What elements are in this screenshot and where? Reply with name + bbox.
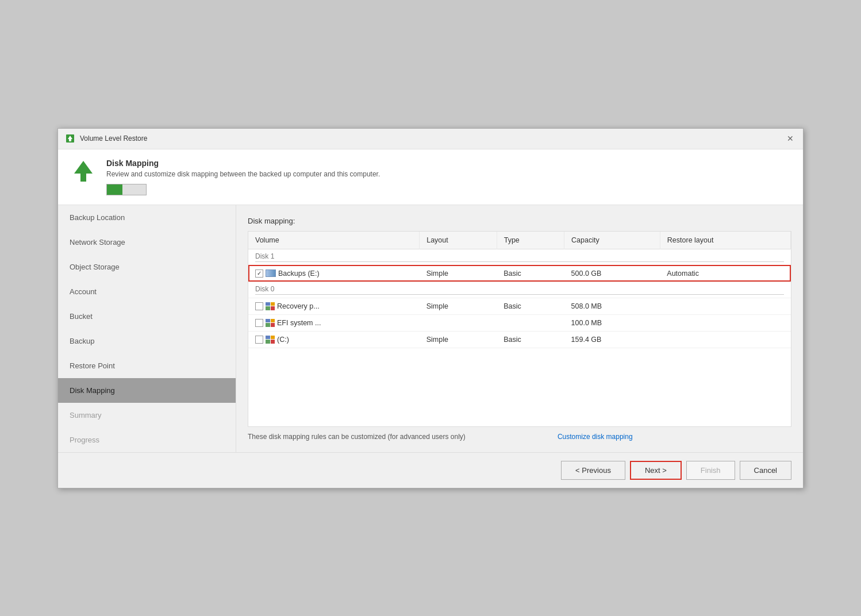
efi-layout xyxy=(420,314,497,331)
col-capacity: Capacity xyxy=(564,232,660,249)
upload-arrow-icon xyxy=(70,159,97,186)
c-volume-name: (C:) xyxy=(277,336,289,344)
backups-checkbox[interactable] xyxy=(255,270,263,278)
cancel-button[interactable]: Cancel xyxy=(740,461,791,480)
title-bar: Volume Level Restore ✕ xyxy=(58,129,803,149)
col-type: Type xyxy=(497,232,564,249)
c-type: Basic xyxy=(497,331,564,348)
sidebar-item-object-storage[interactable]: Object Storage xyxy=(58,255,236,279)
footer-note: These disk mapping rules can be customiz… xyxy=(248,433,791,441)
disk1-label: Disk 1 xyxy=(248,249,791,265)
backups-vol-icon xyxy=(266,270,276,277)
efi-vol-icon xyxy=(266,319,275,327)
c-vol-icon xyxy=(266,336,275,344)
sidebar-item-restore-point[interactable]: Restore Point xyxy=(58,353,236,378)
header-subtitle: Review and customize disk mapping betwee… xyxy=(106,170,791,178)
backups-type: Basic xyxy=(497,265,564,282)
recovery-layout: Simple xyxy=(420,298,497,314)
recovery-type: Basic xyxy=(497,298,564,314)
efi-row[interactable]: EFI system ... 100.0 MB xyxy=(248,314,791,331)
efi-checkbox[interactable] xyxy=(255,319,263,327)
recovery-volume-cell: Recovery p... xyxy=(248,298,420,314)
disk-mapping-title: Disk mapping: xyxy=(248,217,791,225)
recovery-row[interactable]: Recovery p... Simple Basic 508.0 MB xyxy=(248,298,791,314)
backups-layout: Simple xyxy=(420,265,497,282)
efi-restore-layout xyxy=(660,314,790,331)
sidebar-item-network-storage[interactable]: Network Storage xyxy=(58,230,236,255)
next-button[interactable]: Next > xyxy=(630,461,682,480)
c-restore-layout xyxy=(660,331,790,348)
c-drive-row[interactable]: (C:) Simple Basic 159.4 GB xyxy=(248,331,791,348)
recovery-checkbox[interactable] xyxy=(255,302,263,310)
header-title: Disk Mapping xyxy=(106,159,791,168)
backups-restore-layout: Automatic xyxy=(660,265,790,282)
c-checkbox[interactable] xyxy=(255,336,263,344)
svg-rect-2 xyxy=(69,139,71,141)
disk0-row: Disk 0 xyxy=(248,282,791,298)
recovery-restore-layout xyxy=(660,298,790,314)
previous-button[interactable]: < Previous xyxy=(561,461,625,480)
c-layout: Simple xyxy=(420,331,497,348)
button-bar: < Previous Next > Finish Cancel xyxy=(58,452,803,488)
sidebar-item-backup[interactable]: Backup xyxy=(58,329,236,353)
header-section: Disk Mapping Review and customize disk m… xyxy=(58,149,803,205)
col-volume: Volume xyxy=(248,232,420,249)
c-volume-cell: (C:) xyxy=(248,331,420,348)
sidebar-item-disk-mapping[interactable]: Disk Mapping xyxy=(58,378,236,403)
close-button[interactable]: ✕ xyxy=(785,133,796,144)
progress-bar xyxy=(106,184,147,195)
recovery-capacity: 508.0 MB xyxy=(564,298,660,314)
sidebar-item-backup-location[interactable]: Backup Location xyxy=(58,205,236,230)
window-title: Volume Level Restore xyxy=(80,134,147,143)
recovery-volume-name: Recovery p... xyxy=(277,302,320,310)
header-icon xyxy=(70,159,97,186)
efi-capacity: 100.0 MB xyxy=(564,314,660,331)
sidebar-item-account[interactable]: Account xyxy=(58,279,236,304)
content-area: Backup Location Network Storage Object S… xyxy=(58,205,803,452)
progress-fill xyxy=(107,184,122,195)
header-text: Disk Mapping Review and customize disk m… xyxy=(106,159,791,195)
backups-capacity: 500.0 GB xyxy=(564,265,660,282)
finish-button[interactable]: Finish xyxy=(686,461,735,480)
recovery-vol-icon xyxy=(266,302,275,310)
disk0-label: Disk 0 xyxy=(248,282,791,298)
svg-rect-4 xyxy=(80,174,86,182)
sidebar-item-summary: Summary xyxy=(58,403,236,428)
backups-row[interactable]: Backups (E:) Simple Basic 500.0 GB Autom… xyxy=(248,265,791,282)
efi-volume-cell: EFI system ... xyxy=(248,314,420,331)
sidebar-item-progress: Progress xyxy=(58,428,236,452)
backups-volume-cell: Backups (E:) xyxy=(248,265,420,282)
backups-volume-name: Backups (E:) xyxy=(278,270,320,278)
disk-mapping-table: Volume Layout Type Capacity Restore layo… xyxy=(248,231,791,427)
col-layout: Layout xyxy=(420,232,497,249)
customize-link[interactable]: Customize disk mapping xyxy=(558,433,633,441)
c-capacity: 159.4 GB xyxy=(564,331,660,348)
main-content: Disk mapping: Volume Layout Type Capacit… xyxy=(236,205,803,452)
disk1-row: Disk 1 xyxy=(248,249,791,265)
window-icon xyxy=(65,133,75,144)
efi-volume-name: EFI system ... xyxy=(277,319,321,327)
sidebar: Backup Location Network Storage Object S… xyxy=(58,205,236,452)
efi-type xyxy=(497,314,564,331)
col-restore-layout: Restore layout xyxy=(660,232,790,249)
title-bar-left: Volume Level Restore xyxy=(65,133,147,144)
dialog-window: Volume Level Restore ✕ Disk Mapping Revi… xyxy=(57,128,804,488)
svg-marker-3 xyxy=(74,161,93,174)
sidebar-item-bucket[interactable]: Bucket xyxy=(58,304,236,329)
